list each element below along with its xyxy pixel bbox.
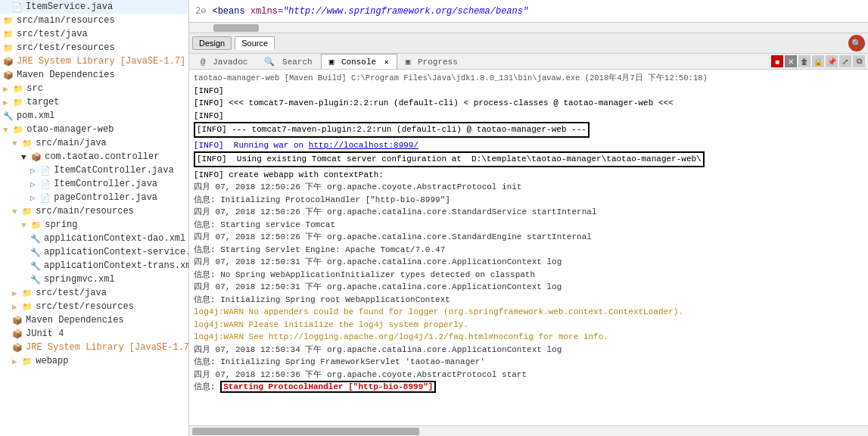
java-file-icon: 📄	[12, 2, 23, 12]
scroll-thumb[interactable]	[213, 24, 259, 32]
clear-button[interactable]: 🗑	[798, 55, 810, 67]
sidebar-item-webapp[interactable]: ▶ 📁 webapp	[0, 354, 188, 368]
sidebar-label: ItemController.java	[54, 179, 157, 189]
console-line: 四月 07, 2018 12:50:26 下午 org.apache.catal…	[194, 206, 863, 219]
console-line-link[interactable]: [INFO] Running war on http://localhost:8…	[194, 139, 863, 152]
sidebar-label: src/test/resources	[36, 301, 134, 312]
sidebar-item-ItemController[interactable]: ▷ 📄 ItemController.java	[0, 177, 188, 191]
sidebar-item-maven-dependencies2[interactable]: 📦 Maven Dependencies	[0, 313, 188, 327]
search-tab-icon: 🔍	[264, 58, 275, 67]
scroll-lock-button[interactable]: 🔒	[812, 55, 824, 67]
sidebar-label: ItemCatController.java	[54, 165, 173, 176]
sidebar-item-src-main-java[interactable]: ▼ 📁 src/main/java	[0, 136, 188, 150]
folder-icon: ▼ 📁	[3, 125, 23, 135]
line-number: 2⊖	[195, 5, 206, 17]
sidebar-item-ItemCatController[interactable]: ▷ 📄 ItemCatController.java	[0, 164, 188, 177]
console-line: [INFO] <<< tomcat7-maven-plugin:2.2:run …	[194, 97, 863, 110]
stop-button[interactable]: ■	[771, 55, 783, 67]
folder-icon: 📁	[3, 16, 14, 26]
console-tab-bar: @ Javadoc 🔍 Search ▣ Console ✕ ▣ Progres…	[189, 54, 868, 70]
sidebar-label: com.taotao.controller	[45, 151, 159, 162]
tab-javadoc-label: Javadoc	[213, 58, 247, 67]
sidebar-item-src-test-java2[interactable]: ▶ 📁 src/test/java	[0, 286, 188, 300]
sidebar-item-otao-manager[interactable]: ▼ 📁 otao-manager-web	[0, 123, 188, 136]
sidebar-item-src-test-resources[interactable]: 📁 src/test/resources	[0, 41, 188, 54]
sidebar-label: Maven Dependencies	[26, 315, 124, 325]
sidebar-label-ItemService: ItemService.java	[26, 2, 113, 12]
console-header: taotao-manager-web [Maven Build] C:\Prog…	[194, 73, 863, 85]
sidebar-label: webapp	[36, 356, 68, 366]
sidebar-label: applicationContext-dao.xml	[44, 233, 185, 244]
sidebar-item-spring[interactable]: ▼ 📁 spring	[0, 218, 188, 232]
tab-search-label: Search	[282, 58, 313, 67]
folder-icon: 📁	[3, 30, 14, 39]
console-line: [INFO] create webapp with contextPath:	[194, 169, 863, 182]
sidebar-item-pageController[interactable]: ▷ 📄 pageController.java	[0, 191, 188, 204]
sidebar-item-JRE2[interactable]: 📦 JRE System Library [JavaSE-1.7]	[0, 341, 188, 354]
sidebar-label: src	[26, 83, 43, 94]
editor-horizontal-scrollbar[interactable]	[189, 23, 868, 33]
console-scroll-thumb[interactable]	[192, 428, 419, 435]
xml-icon: 🔧	[30, 248, 41, 257]
source-tab-button[interactable]: Source	[235, 36, 275, 50]
tab-search[interactable]: 🔍 Search	[256, 54, 320, 69]
package-icon: ▼ 📦	[21, 152, 42, 162]
design-tab-button[interactable]: Design	[192, 36, 232, 50]
sidebar-item-maven-dependencies[interactable]: 📦 Maven Dependencies	[0, 68, 188, 82]
tab-javadoc[interactable]: @ Javadoc	[192, 54, 256, 69]
console-line: [INFO] Using existing Tomcat server conf…	[194, 151, 705, 167]
tab-progress[interactable]: ▣ Progress	[397, 54, 466, 69]
console-line: 信息: Initializing ProtocolHandler ["http-…	[194, 194, 863, 207]
sidebar-item-src-main-resources2[interactable]: ▼ 📁 src/main/resources	[0, 204, 188, 218]
main-content-area: 2⊖ <beans xmlns="http://www.springframew…	[189, 0, 868, 436]
folder-icon: ▶ 📁	[12, 357, 33, 366]
sidebar-item-src[interactable]: ▶ 📁 src	[0, 82, 188, 95]
search-icon: 🔍	[851, 39, 862, 48]
terminate-button[interactable]: ✕	[785, 55, 797, 67]
console-line: [INFO] --- tomcat7-maven-plugin:2.2:run …	[194, 122, 590, 138]
console-output[interactable]: taotao-manager-web [Maven Build] C:\Prog…	[189, 70, 868, 425]
sidebar-label: pageController.java	[54, 192, 157, 203]
sidebar-item-applicationContext-service[interactable]: 🔧 applicationContext-service.xml	[0, 245, 188, 259]
sidebar-item-com-taotao[interactable]: ▼ 📦 com.taotao.controller	[0, 150, 188, 164]
sidebar-label: src/test/java	[36, 288, 107, 298]
xml-tag: <beans	[212, 6, 244, 17]
library-icon: 📦	[3, 57, 14, 67]
sidebar-item-JRE[interactable]: 📦 JRE System Library [JavaSE-1.7]	[0, 54, 188, 68]
sidebar-label: applicationContext-trans.xml	[44, 260, 189, 271]
console-line: 信息: No Spring WebApplicationInitializer …	[194, 269, 863, 282]
sidebar-item-junit4[interactable]: 📦 JUnit 4	[0, 327, 188, 341]
java-icon: ▷ 📄	[30, 179, 51, 189]
sidebar-item-applicationContext-dao[interactable]: 🔧 applicationContext-dao.xml	[0, 232, 188, 245]
expand-button[interactable]: ⤢	[839, 55, 851, 67]
sidebar-item-springmvc[interactable]: 🔧 springmvc.xml	[0, 272, 188, 286]
console-horizontal-scrollbar[interactable]	[189, 425, 868, 436]
sidebar-item-pom[interactable]: 🔧 pom.xml	[0, 109, 188, 123]
sidebar-label: target	[26, 97, 59, 107]
sidebar-item-src-test-java[interactable]: 📁 src/test/java	[0, 27, 188, 41]
java-icon: ▷ 📄	[30, 193, 51, 203]
sidebar-label: JRE System Library [JavaSE-1.7]	[17, 56, 185, 67]
sidebar-item-src-test-resources2[interactable]: ▶ 📁 src/test/resources	[0, 300, 188, 313]
console-line: [INFO]	[194, 85, 863, 98]
folder-icon: ▶ 📁	[12, 288, 33, 298]
dependencies-icon: 📦	[12, 316, 23, 325]
sidebar-item-ItemService[interactable]: 📄 ItemService.java	[0, 0, 188, 14]
xml-attr-value: "http://www.springframework.org/schema/b…	[283, 6, 528, 17]
sidebar-label: src/main/java	[36, 138, 107, 148]
folder-icon: ▼ 📁	[12, 207, 33, 216]
console-line: [INFO]	[194, 110, 863, 123]
file-tree[interactable]: 📄 ItemService.java 📁 src/main/resources …	[0, 0, 189, 436]
sidebar-label: pom.xml	[17, 111, 54, 121]
console-warn-line: log4j:WARN See http://logging.apache.org…	[194, 331, 863, 344]
tab-console[interactable]: ▣ Console ✕	[321, 54, 397, 69]
sidebar-item-src-main-resources[interactable]: 📁 src/main/resources	[0, 14, 188, 27]
xml-attr-name: xmlns	[250, 6, 278, 17]
minimize-button[interactable]: ⧉	[853, 55, 865, 67]
xml-icon: 🔧	[3, 111, 14, 121]
pin-button[interactable]: 📌	[826, 55, 838, 67]
sidebar-item-target[interactable]: ▶ 📁 target	[0, 95, 188, 109]
sidebar-label: src/main/resources	[36, 206, 134, 216]
search-button[interactable]: 🔍	[848, 35, 865, 51]
sidebar-item-applicationContext-trans[interactable]: 🔧 applicationContext-trans.xml	[0, 259, 188, 272]
